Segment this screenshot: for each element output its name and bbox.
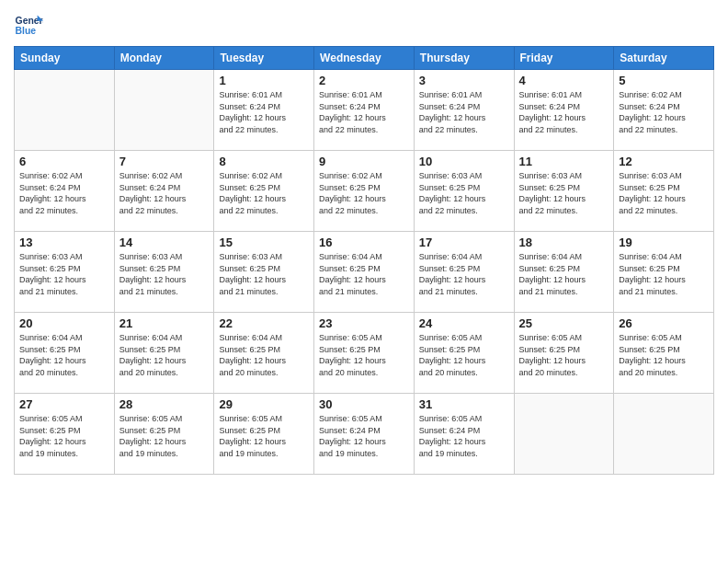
day-info: Sunrise: 6:04 AM Sunset: 6:25 PM Dayligh… [219,332,309,378]
day-info: Sunrise: 6:04 AM Sunset: 6:25 PM Dayligh… [119,332,210,378]
calendar-cell: 5Sunrise: 6:02 AM Sunset: 6:24 PM Daylig… [614,70,714,151]
weekday-header-tuesday: Tuesday [214,47,314,70]
day-number: 25 [519,316,609,330]
calendar-cell: 29Sunrise: 6:05 AM Sunset: 6:25 PM Dayli… [214,394,314,475]
day-number: 12 [619,155,709,168]
week-row-1: 1Sunrise: 6:01 AM Sunset: 6:24 PM Daylig… [15,70,714,151]
day-info: Sunrise: 6:03 AM Sunset: 6:25 PM Dayligh… [519,170,609,216]
calendar-table: SundayMondayTuesdayWednesdayThursdayFrid… [14,46,714,475]
day-info: Sunrise: 6:03 AM Sunset: 6:25 PM Dayligh… [419,170,509,216]
day-number: 18 [519,236,609,249]
day-info: Sunrise: 6:04 AM Sunset: 6:25 PM Dayligh… [319,251,409,297]
calendar-cell: 28Sunrise: 6:05 AM Sunset: 6:25 PM Dayli… [114,394,214,475]
day-number: 1 [219,74,309,87]
week-row-4: 20Sunrise: 6:04 AM Sunset: 6:25 PM Dayli… [15,313,714,394]
calendar-cell [514,394,614,475]
day-info: Sunrise: 6:02 AM Sunset: 6:25 PM Dayligh… [219,170,309,216]
calendar-cell: 13Sunrise: 6:03 AM Sunset: 6:25 PM Dayli… [15,232,115,313]
calendar-cell: 9Sunrise: 6:02 AM Sunset: 6:25 PM Daylig… [314,151,415,232]
calendar-cell: 2Sunrise: 6:01 AM Sunset: 6:24 PM Daylig… [314,70,415,151]
calendar-cell: 18Sunrise: 6:04 AM Sunset: 6:25 PM Dayli… [514,232,614,313]
calendar-cell: 14Sunrise: 6:03 AM Sunset: 6:25 PM Dayli… [114,232,214,313]
calendar-cell: 21Sunrise: 6:04 AM Sunset: 6:25 PM Dayli… [114,313,214,394]
calendar-cell: 16Sunrise: 6:04 AM Sunset: 6:25 PM Dayli… [314,232,415,313]
logo: General Blue [14,9,43,39]
calendar-cell: 3Sunrise: 6:01 AM Sunset: 6:24 PM Daylig… [414,70,514,151]
day-number: 20 [19,316,109,330]
day-number: 11 [519,155,609,168]
calendar-cell: 22Sunrise: 6:04 AM Sunset: 6:25 PM Dayli… [214,313,314,394]
calendar-cell: 10Sunrise: 6:03 AM Sunset: 6:25 PM Dayli… [414,151,514,232]
day-info: Sunrise: 6:03 AM Sunset: 6:25 PM Dayligh… [619,170,709,216]
day-number: 10 [419,155,509,168]
day-number: 27 [19,397,109,411]
day-number: 6 [19,155,109,168]
day-number: 3 [419,74,509,87]
weekday-header-thursday: Thursday [414,47,514,70]
day-number: 8 [219,155,309,168]
logo-icon: General Blue [14,9,43,39]
calendar-cell: 24Sunrise: 6:05 AM Sunset: 6:25 PM Dayli… [414,313,514,394]
day-number: 19 [619,236,709,249]
day-info: Sunrise: 6:04 AM Sunset: 6:25 PM Dayligh… [519,251,609,297]
day-number: 30 [319,397,409,411]
day-number: 7 [119,155,210,168]
day-number: 14 [119,236,210,249]
header: General Blue [14,9,714,39]
day-number: 26 [619,316,709,330]
calendar-cell [614,394,714,475]
day-info: Sunrise: 6:05 AM Sunset: 6:25 PM Dayligh… [519,332,609,378]
calendar-cell: 17Sunrise: 6:04 AM Sunset: 6:25 PM Dayli… [414,232,514,313]
calendar-cell: 20Sunrise: 6:04 AM Sunset: 6:25 PM Dayli… [15,313,115,394]
calendar-cell: 11Sunrise: 6:03 AM Sunset: 6:25 PM Dayli… [514,151,614,232]
day-number: 24 [419,316,509,330]
day-number: 23 [319,316,409,330]
svg-text:Blue: Blue [16,26,37,36]
calendar-cell: 4Sunrise: 6:01 AM Sunset: 6:24 PM Daylig… [514,70,614,151]
day-number: 9 [319,155,409,168]
week-row-3: 13Sunrise: 6:03 AM Sunset: 6:25 PM Dayli… [15,232,714,313]
day-info: Sunrise: 6:05 AM Sunset: 6:24 PM Dayligh… [319,413,409,459]
week-row-2: 6Sunrise: 6:02 AM Sunset: 6:24 PM Daylig… [15,151,714,232]
day-number: 16 [319,236,409,249]
calendar-cell [15,70,115,151]
calendar-cell [114,70,214,151]
day-number: 22 [219,316,309,330]
day-info: Sunrise: 6:05 AM Sunset: 6:24 PM Dayligh… [419,413,509,459]
day-info: Sunrise: 6:01 AM Sunset: 6:24 PM Dayligh… [519,89,609,135]
day-info: Sunrise: 6:05 AM Sunset: 6:25 PM Dayligh… [219,413,309,459]
day-info: Sunrise: 6:04 AM Sunset: 6:25 PM Dayligh… [619,251,709,297]
weekday-header-wednesday: Wednesday [314,47,415,70]
day-info: Sunrise: 6:04 AM Sunset: 6:25 PM Dayligh… [419,251,509,297]
weekday-header-monday: Monday [114,47,214,70]
day-number: 28 [119,397,210,411]
day-number: 5 [619,74,709,87]
day-info: Sunrise: 6:01 AM Sunset: 6:24 PM Dayligh… [319,89,409,135]
calendar-cell: 12Sunrise: 6:03 AM Sunset: 6:25 PM Dayli… [614,151,714,232]
day-number: 21 [119,316,210,330]
day-info: Sunrise: 6:02 AM Sunset: 6:24 PM Dayligh… [19,170,109,216]
day-info: Sunrise: 6:01 AM Sunset: 6:24 PM Dayligh… [219,89,309,135]
day-number: 4 [519,74,609,87]
calendar-cell: 8Sunrise: 6:02 AM Sunset: 6:25 PM Daylig… [214,151,314,232]
day-info: Sunrise: 6:03 AM Sunset: 6:25 PM Dayligh… [219,251,309,297]
day-info: Sunrise: 6:02 AM Sunset: 6:25 PM Dayligh… [319,170,409,216]
day-number: 29 [219,397,309,411]
calendar-cell: 31Sunrise: 6:05 AM Sunset: 6:24 PM Dayli… [414,394,514,475]
day-number: 13 [19,236,109,249]
weekday-header-friday: Friday [514,47,614,70]
calendar-cell: 23Sunrise: 6:05 AM Sunset: 6:25 PM Dayli… [314,313,415,394]
day-info: Sunrise: 6:05 AM Sunset: 6:25 PM Dayligh… [319,332,409,378]
weekday-header-saturday: Saturday [614,47,714,70]
day-info: Sunrise: 6:05 AM Sunset: 6:25 PM Dayligh… [119,413,210,459]
calendar-cell: 25Sunrise: 6:05 AM Sunset: 6:25 PM Dayli… [514,313,614,394]
calendar-cell: 19Sunrise: 6:04 AM Sunset: 6:25 PM Dayli… [614,232,714,313]
calendar-cell: 26Sunrise: 6:05 AM Sunset: 6:25 PM Dayli… [614,313,714,394]
day-info: Sunrise: 6:05 AM Sunset: 6:25 PM Dayligh… [419,332,509,378]
day-info: Sunrise: 6:03 AM Sunset: 6:25 PM Dayligh… [19,251,109,297]
day-info: Sunrise: 6:02 AM Sunset: 6:24 PM Dayligh… [619,89,709,135]
day-number: 17 [419,236,509,249]
calendar-cell: 7Sunrise: 6:02 AM Sunset: 6:24 PM Daylig… [114,151,214,232]
calendar-cell: 15Sunrise: 6:03 AM Sunset: 6:25 PM Dayli… [214,232,314,313]
day-info: Sunrise: 6:01 AM Sunset: 6:24 PM Dayligh… [419,89,509,135]
